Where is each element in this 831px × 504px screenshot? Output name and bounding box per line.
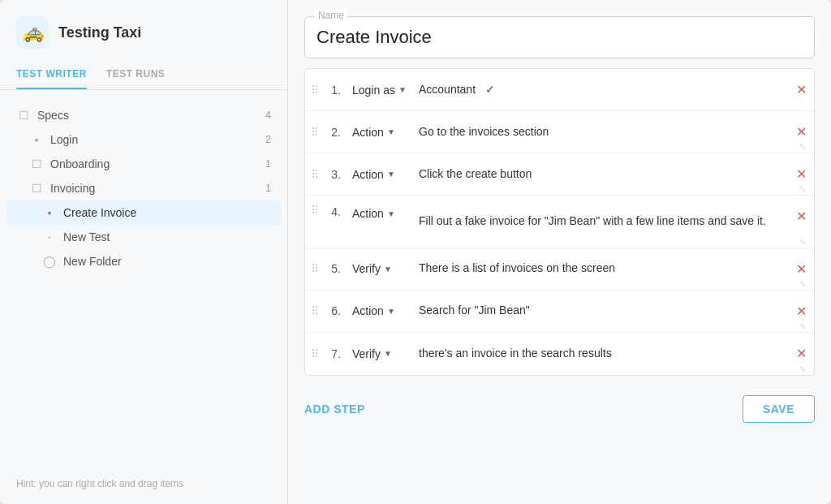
folder-icon-invoicing: ☐ — [29, 181, 44, 196]
step-delete-3[interactable]: ✕ — [788, 163, 814, 185]
step-content-1: Accountant ✓ — [412, 72, 788, 108]
sidebar-item-invoicing[interactable]: ☐ Invoicing 1 — [6, 176, 281, 200]
step-type-btn-1[interactable]: Login as ▼ — [347, 80, 412, 100]
steps-container: ⠿ 1. Login as ▼ Accountant ✓ ✕ ⠿ 2. Acti… — [304, 68, 815, 376]
step-row-7: ⠿ 7. Verify ▼ there's an invoice in the … — [305, 333, 814, 375]
step-row-4: ⠿ 4. Action ▼ Fill out a fake invoice fo… — [305, 196, 814, 248]
step-num-1: 1. — [325, 84, 347, 97]
resize-handle-6[interactable]: ⤡ — [799, 322, 807, 330]
step-type-btn-3[interactable]: Action ▼ — [347, 165, 412, 184]
step-content-4[interactable]: Fill out a fake invoice for "Jim Bean" w… — [412, 204, 788, 239]
step-type-btn-7[interactable]: Verify ▼ — [347, 344, 412, 364]
resize-handle-3[interactable]: ⤡ — [799, 185, 807, 193]
chevron-down-icon-5: ▼ — [384, 265, 392, 274]
step-content-5[interactable]: There is a list of invoices on the scree… — [412, 251, 788, 286]
chevron-down-icon-6: ▼ — [387, 307, 395, 316]
chevron-down-icon-4: ▼ — [387, 209, 395, 218]
folder-icon-login: ▪ — [29, 132, 44, 147]
resize-handle-2[interactable]: ⤡ — [799, 143, 807, 151]
folder-icon-onboarding: ☐ — [29, 157, 44, 171]
sidebar-header: 🚕 Testing Taxi — [0, 0, 287, 62]
sidebar-tree: ☐ Specs 4 ▪ Login 2 ☐ Onboarding 1 ☐ Inv… — [0, 90, 287, 467]
resize-handle-5[interactable]: ⤡ — [799, 280, 807, 288]
step-num-5: 5. — [325, 262, 347, 275]
step-drag-1[interactable]: ⠿ — [305, 84, 325, 97]
step-row-5: ⠿ 5. Verify ▼ There is a list of invoice… — [305, 248, 814, 291]
chevron-down-icon-2: ▼ — [387, 127, 395, 136]
sidebar-item-onboarding[interactable]: ☐ Onboarding 1 — [6, 152, 281, 176]
chevron-down-icon-3: ▼ — [387, 170, 395, 179]
step-type-btn-4[interactable]: Action ▼ — [347, 204, 412, 223]
save-button[interactable]: SAVE — [743, 395, 815, 423]
checkmark-icon: ✓ — [485, 82, 495, 98]
add-step-button[interactable]: ADD STEP — [304, 403, 365, 416]
sidebar-hint: Hint: you can right click and drag items — [0, 467, 287, 504]
name-label: Name — [315, 10, 347, 21]
step-drag-6[interactable]: ⠿ — [305, 304, 325, 317]
step-drag-5[interactable]: ⠿ — [305, 262, 325, 275]
test-name-value[interactable]: Create Invoice — [316, 27, 803, 48]
step-num-7: 7. — [325, 347, 347, 360]
step-row-3: ⠿ 3. Action ▼ Click the create button ✕ … — [305, 153, 814, 196]
sidebar-item-new-folder[interactable]: ◯ New Folder — [6, 249, 281, 274]
chevron-down-icon-1: ▼ — [398, 85, 407, 94]
chevron-down-icon-7: ▼ — [384, 349, 392, 358]
sidebar-item-new-test[interactable]: ▪ New Test — [6, 225, 281, 249]
sidebar-item-specs[interactable]: ☐ Specs 4 — [6, 103, 281, 127]
step-delete-1[interactable]: ✕ — [788, 79, 814, 101]
step-delete-5[interactable]: ✕ — [788, 258, 814, 280]
step-type-btn-2[interactable]: Action ▼ — [347, 123, 412, 142]
step-row-1: ⠿ 1. Login as ▼ Accountant ✓ ✕ — [305, 69, 814, 111]
sidebar: 🚕 Testing Taxi TEST WRITER TEST RUNS ☐ S… — [0, 0, 288, 504]
step-drag-2[interactable]: ⠿ — [305, 126, 325, 139]
name-field: Name Create Invoice — [304, 16, 815, 58]
sidebar-item-login[interactable]: ▪ Login 2 — [6, 127, 281, 152]
step-delete-7[interactable]: ✕ — [788, 342, 814, 364]
step-num-6: 6. — [325, 304, 347, 317]
app-logo: 🚕 — [16, 16, 49, 49]
step-content-3[interactable]: Click the create button — [412, 157, 788, 192]
step-delete-6[interactable]: ✕ — [788, 300, 814, 322]
file-icon-new-test: ▪ — [42, 230, 57, 244]
step-drag-4[interactable]: ⠿ — [305, 204, 325, 217]
step-type-btn-6[interactable]: Action ▼ — [347, 301, 412, 321]
step-drag-3[interactable]: ⠿ — [305, 168, 325, 181]
step-delete-2[interactable]: ✕ — [788, 121, 814, 143]
file-icon-create-invoice: ▪ — [42, 205, 57, 220]
step-delete-4[interactable]: ✕ — [788, 205, 814, 227]
step-num-3: 3. — [325, 168, 347, 181]
step-content-7[interactable]: there's an invoice in the search results — [412, 336, 788, 372]
step-num-4: 4. — [325, 204, 347, 218]
sidebar-item-create-invoice[interactable]: ▪ Create Invoice — [6, 200, 281, 225]
footer-row: ADD STEP SAVE — [304, 386, 815, 423]
folder-icon-new: ◯ — [42, 254, 57, 269]
step-type-btn-5[interactable]: Verify ▼ — [347, 259, 412, 278]
step-row-6: ⠿ 6. Action ▼ Search for "Jim Bean" ✕ ⤡ — [305, 291, 814, 333]
login-value: Accountant — [419, 82, 476, 98]
step-content-2[interactable]: Go to the invoices section — [412, 114, 788, 150]
step-num-2: 2. — [325, 126, 347, 139]
step-row-2: ⠿ 2. Action ▼ Go to the invoices section… — [305, 111, 814, 153]
sidebar-tabs: TEST WRITER TEST RUNS — [0, 62, 287, 90]
step-drag-7[interactable]: ⠿ — [305, 347, 325, 360]
app-title: Testing Taxi — [58, 24, 141, 41]
resize-handle-4[interactable]: ⤡ — [799, 238, 807, 246]
main-content: Name Create Invoice ⠿ 1. Login as ▼ Acco… — [288, 0, 831, 504]
tab-test-writer[interactable]: TEST WRITER — [16, 62, 87, 89]
step-content-6[interactable]: Search for "Jim Bean" — [412, 293, 788, 329]
tab-test-runs[interactable]: TEST RUNS — [106, 62, 166, 89]
folder-icon: ☐ — [16, 108, 31, 123]
resize-handle-7[interactable]: ⤡ — [799, 365, 807, 373]
